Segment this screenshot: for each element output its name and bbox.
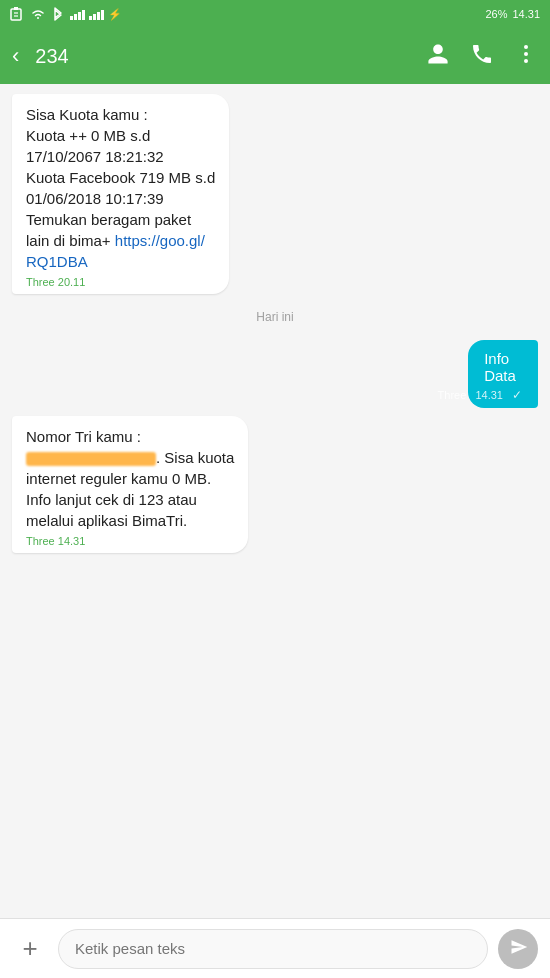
svg-point-4 xyxy=(524,45,528,49)
status-time: 14.31 xyxy=(512,8,540,20)
sender-1: Three xyxy=(26,276,55,288)
charging-icon: ⚡ xyxy=(108,8,122,21)
msg-link[interactable]: https://goo.gl/RQ1DBA xyxy=(26,232,205,270)
signal-bars-1 xyxy=(70,8,85,20)
status-bar: ⚡ 26% 14.31 xyxy=(0,0,550,28)
date-divider: Hari ini xyxy=(12,310,538,324)
wifi-icon xyxy=(30,7,46,21)
sim-icon xyxy=(10,7,26,21)
received-message-1: Sisa Kuota kamu : Kuota ++ 0 MB s.d 17/1… xyxy=(12,94,229,294)
msg-meta-2: Three 14.31 xyxy=(26,535,234,547)
sent-message-wrapper: Info Data Three 14.31 ✓ xyxy=(422,340,538,408)
battery-percent: 26% xyxy=(485,8,507,20)
message-input[interactable] xyxy=(58,929,488,969)
check-icon: ✓ xyxy=(512,388,522,402)
chat-area: Sisa Kuota kamu : Kuota ++ 0 MB s.d 17/1… xyxy=(0,84,550,918)
add-contact-icon[interactable] xyxy=(426,42,450,71)
msg-text-2: Nomor Tri kamu : . Sisa kuota internet r… xyxy=(26,426,234,531)
input-bar: + xyxy=(0,918,550,978)
time-2: 14.31 xyxy=(58,535,86,547)
sender-2: Three xyxy=(26,535,55,547)
status-right: 26% 14.31 xyxy=(485,8,540,20)
sent-message: Info Data Three 14.31 ✓ xyxy=(468,340,538,408)
signal-bars-2 xyxy=(89,8,104,20)
phone-blurred xyxy=(26,452,156,466)
sent-sender: Three xyxy=(438,389,467,401)
sent-meta: Three 14.31 ✓ xyxy=(484,388,522,402)
msg-meta-1: Three 20.11 xyxy=(26,276,215,288)
sent-time: 14.31 xyxy=(475,389,503,401)
time-1: 20.11 xyxy=(58,276,86,288)
send-icon xyxy=(510,938,528,960)
chat-header: ‹ 234 xyxy=(0,28,550,84)
call-icon[interactable] xyxy=(470,42,494,71)
bluetooth-icon xyxy=(50,7,66,21)
status-left: ⚡ xyxy=(10,7,122,21)
msg-text-1: Sisa Kuota kamu : Kuota ++ 0 MB s.d 17/1… xyxy=(26,104,215,272)
attach-button[interactable]: + xyxy=(12,931,48,967)
svg-point-6 xyxy=(524,59,528,63)
plus-icon: + xyxy=(22,933,37,964)
received-message-2: Nomor Tri kamu : . Sisa kuota internet r… xyxy=(12,416,248,553)
send-button[interactable] xyxy=(498,929,538,969)
header-actions xyxy=(426,42,538,71)
svg-rect-1 xyxy=(14,7,18,10)
svg-point-5 xyxy=(524,52,528,56)
sent-text: Info Data xyxy=(484,350,522,384)
more-options-icon[interactable] xyxy=(514,42,538,71)
back-button[interactable]: ‹ xyxy=(12,43,19,69)
svg-rect-0 xyxy=(11,9,21,20)
contact-name: 234 xyxy=(35,45,410,68)
